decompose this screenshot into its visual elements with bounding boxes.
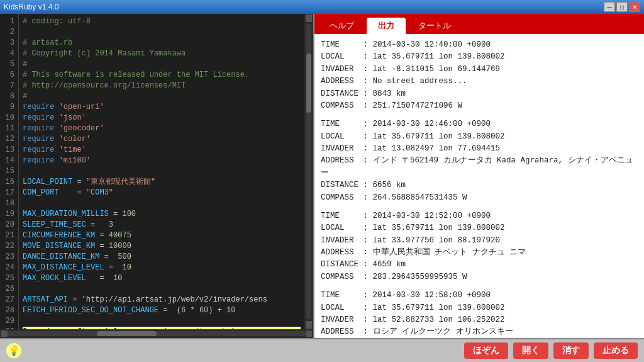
output-line: DISTANCE : 4659 km	[321, 259, 638, 271]
output-block: TIME : 2014-03-30 12:58:00 +0900LOCAL : …	[321, 290, 638, 338]
tab-bar: ヘルプ出力タートル	[314, 14, 644, 34]
tab-help[interactable]: ヘルプ	[318, 18, 365, 34]
output-line: ADDRESS : 中華人民共和国 チベット ナクチュ ニマ	[321, 247, 638, 259]
output-line: TIME : 2014-03-30 12:58:00 +0900	[321, 290, 638, 302]
clear-button[interactable]: 消す	[553, 342, 589, 359]
output-line: LOCAL : lat 35.679711 lon 139.808002	[321, 302, 638, 314]
tab-output[interactable]: 出力	[367, 18, 406, 34]
output-line: COMPASS : 264.56888547531435 W	[321, 192, 638, 204]
output-line: DISTANCE : 8843 km	[321, 88, 638, 100]
minimize-button[interactable]: ─	[604, 2, 615, 12]
output-line: COMPASS : 283.29643559995935 W	[321, 271, 638, 283]
code-editor: 1234567891011121314151617181920212223242…	[0, 14, 314, 338]
output-line: TIME : 2014-03-30 12:46:00 +0900	[321, 118, 638, 130]
output-line: INVADER : lat 13.082497 lon 77.694415	[321, 143, 638, 155]
main-container: 1234567891011121314151617181920212223242…	[0, 14, 644, 338]
output-line: DISTANCE : 6656 km	[321, 179, 638, 191]
output-line: ADDRESS : インド 〒562149 カルナータカ Kada Agraha…	[321, 155, 638, 179]
open-button[interactable]: 開く	[513, 342, 548, 359]
output-line: LOCAL : lat 35.679711 lon 139.808002	[321, 131, 638, 143]
vertical-scrollbar[interactable]	[304, 14, 313, 329]
window-controls: ─ □ ✕	[604, 2, 640, 12]
output-panel: ヘルプ出力タートル TIME : 2014-03-30 12:40:00 +09…	[314, 14, 644, 338]
output-line: INVADER : lat 33.977756 lon 88.197920	[321, 235, 638, 247]
code-area[interactable]: 1234567891011121314151617181920212223242…	[0, 14, 313, 329]
output-line: INVADER : lat 52.882733 lon 106.252022	[321, 314, 638, 326]
toolbar: 💡 ほぞん 開く 消す 止める	[0, 338, 644, 362]
output-block: TIME : 2014-03-30 12:46:00 +0900LOCAL : …	[321, 118, 638, 204]
output-line: INVADER : lat -8.311015 lon 69.144769	[321, 64, 638, 76]
horizontal-scrollbar[interactable]	[0, 329, 313, 338]
line-numbers: 1234567891011121314151617181920212223242…	[0, 14, 19, 329]
close-button[interactable]: ✕	[629, 2, 640, 12]
output-block: TIME : 2014-03-30 12:40:00 +0900LOCAL : …	[321, 39, 638, 112]
output-block: TIME : 2014-03-30 12:52:00 +0900LOCAL : …	[321, 210, 638, 283]
window-title: KidsRuby v1.4.0	[4, 3, 58, 11]
output-line: ADDRESS : ロシア イルクーツク オリホンスキー	[321, 326, 638, 338]
output-line: COMPASS : 251.7150747271096 W	[321, 100, 638, 112]
lightbulb-icon: 💡	[6, 343, 21, 358]
tab-turtle[interactable]: タートル	[407, 18, 462, 34]
maximize-button[interactable]: □	[616, 2, 628, 12]
output-line: ADDRESS : No street address...	[321, 76, 638, 88]
output-line: TIME : 2014-03-30 12:40:00 +0900	[321, 39, 638, 51]
title-bar: KidsRuby v1.4.0 ─ □ ✕	[0, 0, 644, 14]
output-line: TIME : 2014-03-30 12:52:00 +0900	[321, 210, 638, 222]
stop-button[interactable]: 止める	[594, 342, 638, 359]
save-button[interactable]: ほぞん	[464, 342, 508, 359]
code-content[interactable]: # coding: utf-8# artsat.rb# Copyright (c…	[19, 14, 304, 329]
output-line: LOCAL : lat 35.679711 lon 139.808002	[321, 51, 638, 63]
tab-content[interactable]: TIME : 2014-03-30 12:40:00 +0900LOCAL : …	[314, 34, 644, 338]
output-line: LOCAL : lat 35.679711 lon 139.808002	[321, 222, 638, 234]
